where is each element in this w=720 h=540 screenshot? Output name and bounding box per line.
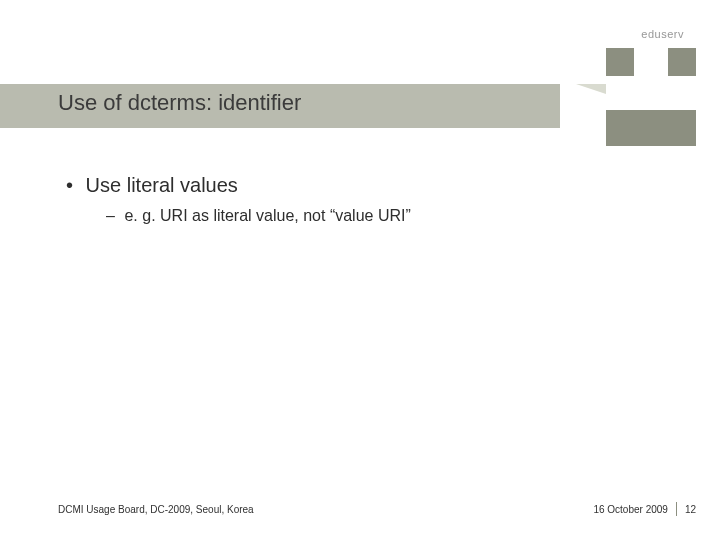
bullet-dot-icon: • bbox=[66, 174, 80, 197]
slide: eduserv Use of dcterms: identifier • Use… bbox=[0, 0, 720, 540]
bullet-sub-text: e. g. URI as literal value, not “value U… bbox=[124, 207, 410, 224]
footer-page-number: 12 bbox=[685, 504, 696, 515]
page-title: Use of dcterms: identifier bbox=[58, 90, 301, 116]
bullet-dash-icon: – bbox=[106, 207, 120, 225]
footer-divider-icon bbox=[676, 502, 677, 516]
brand-label: eduserv bbox=[641, 28, 684, 40]
eduserv-logo-icon bbox=[606, 48, 696, 146]
bullet-level-1: • Use literal values bbox=[66, 174, 680, 197]
bullet-text: Use literal values bbox=[86, 174, 238, 196]
footer: DCMI Usage Board, DC-2009, Seoul, Korea … bbox=[58, 502, 696, 516]
footer-date: 16 October 2009 bbox=[593, 504, 668, 515]
bullet-level-2: – e. g. URI as literal value, not “value… bbox=[106, 207, 680, 225]
footer-left: DCMI Usage Board, DC-2009, Seoul, Korea bbox=[58, 504, 254, 515]
footer-right: 16 October 2009 12 bbox=[593, 502, 696, 516]
content-area: • Use literal values – e. g. URI as lite… bbox=[66, 174, 680, 225]
